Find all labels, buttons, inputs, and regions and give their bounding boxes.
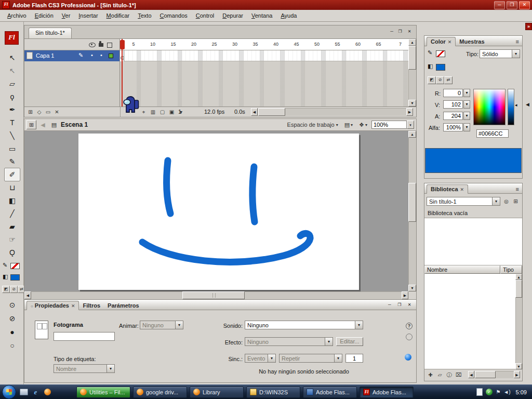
menu-edicion[interactable]: Edición: [31, 11, 58, 20]
internet-explorer-icon[interactable]: e: [31, 388, 40, 396]
delete-item-button[interactable]: ⌧: [455, 371, 462, 379]
title-bar[interactable]: Fl Adobe Flash CS3 Professional - [Sin t…: [0, 0, 532, 10]
collapse-right-tab[interactable]: »: [525, 23, 532, 30]
b-stepper-icon[interactable]: ▾: [463, 112, 470, 120]
panel-restore-icon[interactable]: ❐: [396, 302, 403, 309]
show-desktop-icon[interactable]: [19, 388, 28, 396]
library-panel-menu-icon[interactable]: ≡: [516, 186, 522, 193]
scene-name[interactable]: Escena 1: [61, 121, 88, 128]
scroll-thumb[interactable]: [408, 46, 416, 70]
sinc-select[interactable]: Evento ▾: [245, 354, 276, 363]
menu-modificar[interactable]: Modificar: [102, 11, 134, 20]
lock-fill-option[interactable]: ⊘: [4, 312, 20, 325]
default-colors-button[interactable]: ◩: [2, 286, 10, 293]
pencil-tool[interactable]: ✎: [4, 155, 20, 168]
editar-button[interactable]: Editar...: [336, 337, 363, 346]
menu-ayuda[interactable]: Ayuda: [276, 11, 301, 20]
scroll-left-icon[interactable]: ◀: [468, 371, 474, 378]
show-hide-all-icon[interactable]: [89, 43, 96, 47]
color-spectrum-picker[interactable]: [473, 89, 506, 125]
g-stepper-icon[interactable]: ▾: [463, 100, 470, 109]
panel-minimize-icon[interactable]: ─: [386, 302, 393, 309]
start-button[interactable]: [2, 385, 16, 399]
clip-pan-icon[interactable]: ⊞: [26, 120, 36, 129]
fill-color-swatch[interactable]: [436, 64, 445, 71]
stage-vscrollbar[interactable]: ▲ ▼: [408, 131, 416, 291]
workspace-button[interactable]: Espacio de trabajo ▾: [285, 120, 340, 129]
layer-outline-color-swatch[interactable]: [109, 54, 113, 58]
frame-label-input[interactable]: [54, 332, 115, 341]
tab-propiedades[interactable]: ○Propiedades✕: [26, 301, 79, 310]
zoom-tool[interactable]: Ǫ: [4, 246, 20, 259]
firefox-quicklaunch-icon[interactable]: [43, 388, 52, 396]
scroll-thumb[interactable]: [475, 371, 496, 378]
menu-control[interactable]: Control: [192, 11, 218, 20]
layer1-frame-row[interactable]: [120, 50, 408, 61]
tray-volume-icon[interactable]: ◄): [503, 389, 510, 395]
library-vscrollbar[interactable]: ▲ ▼: [515, 274, 522, 369]
r-stepper-icon[interactable]: ▾: [463, 89, 470, 97]
panel-close-icon[interactable]: ✕: [406, 302, 413, 309]
alpha-input[interactable]: [443, 123, 463, 131]
stage-canvas[interactable]: [78, 134, 359, 290]
lasso-tool[interactable]: ϙ: [4, 90, 20, 103]
help-icon[interactable]: ?: [406, 323, 413, 329]
scroll-left-icon[interactable]: ◀: [251, 108, 258, 116]
color-preview-swatch[interactable]: [425, 148, 522, 173]
maximize-button[interactable]: ❐: [507, 1, 517, 9]
taskbar-button-google-drive[interactable]: google driv...: [133, 387, 187, 398]
current-frame-value[interactable]: 1: [174, 109, 185, 115]
scroll-up-icon[interactable]: ▲: [408, 39, 416, 46]
taskbar-button-win32s[interactable]: D:\WIN32S: [246, 387, 300, 398]
g-input[interactable]: [443, 100, 463, 109]
scroll-up-icon[interactable]: ▲: [515, 274, 522, 280]
no-color-button[interactable]: ⊘: [10, 286, 18, 293]
insert-layer-button[interactable]: ⊞: [26, 108, 34, 116]
tab-parametros[interactable]: Parámetros: [104, 301, 143, 310]
center-frame-button[interactable]: ⌖: [140, 108, 148, 116]
free-transform-tool[interactable]: ▱: [4, 77, 20, 90]
animar-select[interactable]: Ninguno ▾: [140, 321, 183, 329]
alpha-stepper-icon[interactable]: ▾: [463, 123, 470, 131]
stroke-color-swatch[interactable]: [10, 263, 20, 269]
eraser-tool[interactable]: ▰: [4, 220, 20, 233]
layer-visible-dot-icon[interactable]: •: [91, 52, 93, 58]
pin-library-icon[interactable]: ◎: [502, 197, 510, 205]
menu-insertar[interactable]: Insertar: [74, 11, 102, 20]
minimize-button[interactable]: ─: [494, 1, 505, 9]
delete-layer-button[interactable]: ✕: [53, 108, 61, 116]
line-tool[interactable]: ╲: [4, 129, 20, 142]
onion-skin-outlines-button[interactable]: ▢: [158, 108, 166, 116]
back-arrow-icon[interactable]: ◀: [38, 120, 47, 129]
taskbar-button-library[interactable]: Library: [190, 387, 244, 398]
sonido-select[interactable]: Ninguno ▾: [245, 321, 363, 329]
fill-color-swatch[interactable]: [10, 274, 20, 281]
hex-input[interactable]: [476, 129, 509, 138]
tab-filtros[interactable]: Filtros: [79, 301, 104, 310]
menu-comandos[interactable]: Comandos: [156, 11, 192, 20]
color-panel-menu-icon[interactable]: ≡: [516, 38, 522, 46]
tipo-select[interactable]: Sólido ▾: [480, 49, 520, 58]
panel-collapse-arrow-icon[interactable]: ◀: [526, 102, 529, 107]
outline-all-icon[interactable]: [107, 43, 112, 48]
layer-row-capa1[interactable]: Capa 1 ✎ • •: [24, 50, 119, 61]
r-input[interactable]: [443, 89, 463, 97]
repetir-select[interactable]: Repetir ▾: [279, 354, 342, 363]
menu-ventana[interactable]: Ventana: [247, 11, 276, 20]
tab-color[interactable]: Color✕: [427, 37, 456, 46]
scroll-down-icon[interactable]: ▼: [515, 363, 522, 369]
brightness-marker-icon[interactable]: ◂: [515, 102, 517, 108]
scroll-right-icon[interactable]: ▶: [402, 291, 408, 299]
scroll-down-icon[interactable]: ▼: [408, 100, 416, 107]
scroll-thumb[interactable]: [515, 280, 522, 298]
timeline-close-icon[interactable]: ✕: [406, 29, 413, 35]
brush-tool[interactable]: ✐: [4, 168, 20, 181]
rectangle-tool[interactable]: ▭: [4, 142, 20, 155]
new-folder-button[interactable]: ▱: [436, 371, 444, 379]
zoom-dropdown-icon[interactable]: ▾: [407, 121, 414, 129]
menu-texto[interactable]: Texto: [134, 11, 155, 20]
zoom-input[interactable]: [371, 121, 407, 129]
scroll-right-icon[interactable]: ▶: [514, 371, 520, 378]
default-colors-button[interactable]: ◩: [428, 76, 436, 84]
item-properties-button[interactable]: ⓘ: [445, 371, 453, 379]
